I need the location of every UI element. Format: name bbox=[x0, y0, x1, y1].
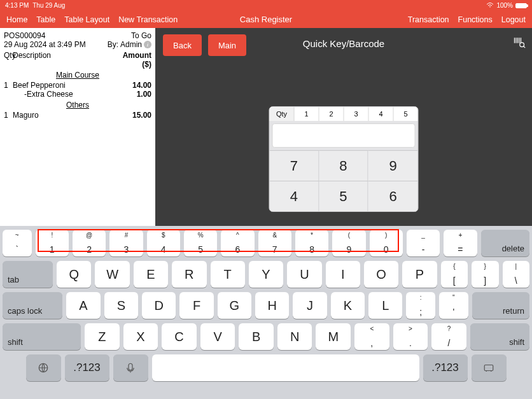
line-qty: 1 bbox=[4, 81, 13, 90]
key-v[interactable]: V bbox=[200, 323, 235, 350]
key-'[interactable]: "' bbox=[439, 292, 468, 319]
nav-table[interactable]: Table bbox=[36, 15, 55, 24]
key-f[interactable]: F bbox=[179, 292, 213, 319]
key-h[interactable]: H bbox=[255, 292, 289, 319]
barcode-search-icon[interactable] bbox=[513, 36, 526, 52]
key-q[interactable]: Q bbox=[57, 261, 91, 288]
key-5[interactable]: %5 bbox=[184, 230, 217, 256]
mod-desc: -Extra Cheese bbox=[13, 90, 120, 99]
key-capslock[interactable]: caps lock bbox=[3, 292, 62, 319]
receipt-mode: To Go bbox=[131, 31, 151, 40]
receipt-modifier: -Extra Cheese1.00 bbox=[4, 90, 151, 99]
nav-transaction[interactable]: Transaction bbox=[408, 15, 449, 24]
col-qty: Qty bbox=[4, 51, 13, 69]
qty-option-4[interactable]: 4 bbox=[369, 107, 394, 121]
numpad-9[interactable]: 9 bbox=[368, 150, 418, 181]
key-8[interactable]: *8 bbox=[295, 230, 328, 256]
key-\[interactable]: |\ bbox=[503, 261, 529, 288]
key-b[interactable]: B bbox=[239, 323, 274, 350]
key-tab[interactable]: tab bbox=[3, 261, 53, 288]
key-symbols-right[interactable]: .?123 bbox=[423, 354, 468, 381]
key-s[interactable]: S bbox=[104, 292, 138, 319]
status-bar: 4:13 PM Thu 29 Aug 100% bbox=[0, 0, 532, 11]
key-p[interactable]: P bbox=[402, 261, 437, 288]
section-title: Others bbox=[4, 101, 151, 109]
receipt-panel: POS000094 To Go 29 Aug 2024 at 3:49 PM B… bbox=[0, 28, 155, 226]
key-hide-keyboard[interactable] bbox=[472, 354, 507, 381]
line-desc: Beef Pepperoni bbox=[13, 81, 120, 90]
nav-logout[interactable]: Logout bbox=[501, 15, 526, 24]
key--[interactable]: _- bbox=[407, 230, 440, 256]
key-i[interactable]: I bbox=[326, 261, 360, 288]
key-shift-right[interactable]: shift bbox=[470, 323, 529, 350]
qty-option-5[interactable]: 5 bbox=[394, 107, 418, 121]
key-;[interactable]: :; bbox=[406, 292, 435, 319]
qty-label: Qty bbox=[270, 107, 295, 121]
numpad-6[interactable]: 6 bbox=[368, 181, 418, 211]
key-shift-left[interactable]: shift bbox=[3, 323, 81, 350]
nav-functions[interactable]: Functions bbox=[458, 15, 493, 24]
key-3[interactable]: #3 bbox=[109, 230, 143, 256]
key-z[interactable]: Z bbox=[85, 323, 120, 350]
key-l[interactable]: L bbox=[368, 292, 402, 319]
key-o[interactable]: O bbox=[364, 261, 398, 288]
qty-option-3[interactable]: 3 bbox=[344, 107, 369, 121]
key-[[interactable]: {[ bbox=[441, 261, 468, 288]
section-title: Main Course bbox=[4, 71, 151, 80]
key-e[interactable]: E bbox=[134, 261, 168, 288]
key-6[interactable]: ^6 bbox=[221, 230, 254, 256]
nav-table-layout[interactable]: Table Layout bbox=[64, 15, 109, 24]
key-globe[interactable] bbox=[26, 354, 61, 381]
key-u[interactable]: U bbox=[287, 261, 321, 288]
key-`[interactable]: ~` bbox=[3, 230, 32, 256]
key-x[interactable]: X bbox=[123, 323, 158, 350]
numpad-4[interactable]: 4 bbox=[270, 181, 319, 211]
key-.[interactable]: >. bbox=[393, 323, 428, 350]
numpad-8[interactable]: 8 bbox=[319, 150, 368, 181]
key-d[interactable]: D bbox=[142, 292, 176, 319]
key-k[interactable]: K bbox=[331, 292, 365, 319]
battery-percent: 100% bbox=[496, 2, 513, 9]
key-return[interactable]: return bbox=[472, 292, 529, 319]
qty-option-1[interactable]: 1 bbox=[295, 107, 319, 121]
line-qty: 1 bbox=[4, 111, 13, 120]
key-y[interactable]: Y bbox=[249, 261, 283, 288]
key-0[interactable]: )0 bbox=[370, 230, 403, 256]
on-screen-keyboard: ~`!1@2#3$4%5^6&7*8(9)0_-+=delete tabQWER… bbox=[0, 226, 532, 399]
key-,[interactable]: <, bbox=[354, 323, 389, 350]
receipt-line[interactable]: 1Maguro15.00 bbox=[4, 111, 151, 120]
nav-home[interactable]: Home bbox=[6, 15, 27, 24]
numpad-5[interactable]: 5 bbox=[319, 181, 368, 211]
key-m[interactable]: M bbox=[316, 323, 351, 350]
key-r[interactable]: R bbox=[172, 261, 206, 288]
key-4[interactable]: $4 bbox=[147, 230, 180, 256]
receipt-line[interactable]: 1Beef Pepperoni14.00 bbox=[4, 81, 151, 90]
key-][interactable]: }] bbox=[472, 261, 498, 288]
key-mic[interactable] bbox=[113, 354, 148, 381]
numpad-7[interactable]: 7 bbox=[270, 150, 319, 181]
key-delete[interactable]: delete bbox=[481, 230, 530, 256]
key-j[interactable]: J bbox=[293, 292, 326, 319]
key-t[interactable]: T bbox=[211, 261, 245, 288]
nav-new-transaction[interactable]: New Transaction bbox=[118, 15, 178, 24]
wifi-icon bbox=[486, 2, 494, 10]
status-date: Thu 29 Aug bbox=[32, 2, 65, 9]
mod-amount: 1.00 bbox=[120, 90, 151, 99]
key-symbols-left[interactable]: .?123 bbox=[65, 354, 109, 381]
svg-point-0 bbox=[520, 43, 524, 47]
keypad-display[interactable] bbox=[272, 123, 416, 148]
key-n[interactable]: N bbox=[277, 323, 312, 350]
key-7[interactable]: &7 bbox=[258, 230, 291, 256]
qty-option-2[interactable]: 2 bbox=[319, 107, 344, 121]
key-2[interactable]: @2 bbox=[73, 230, 106, 256]
key-c[interactable]: C bbox=[162, 323, 197, 350]
key-9[interactable]: (9 bbox=[332, 230, 365, 256]
key-=[interactable]: += bbox=[444, 230, 477, 256]
key-/[interactable]: ?/ bbox=[431, 323, 466, 350]
info-icon[interactable]: i bbox=[144, 41, 151, 48]
key-space[interactable] bbox=[152, 354, 419, 381]
key-1[interactable]: !1 bbox=[36, 230, 69, 256]
key-a[interactable]: A bbox=[66, 292, 100, 319]
key-g[interactable]: G bbox=[218, 292, 251, 319]
key-w[interactable]: W bbox=[95, 261, 129, 288]
